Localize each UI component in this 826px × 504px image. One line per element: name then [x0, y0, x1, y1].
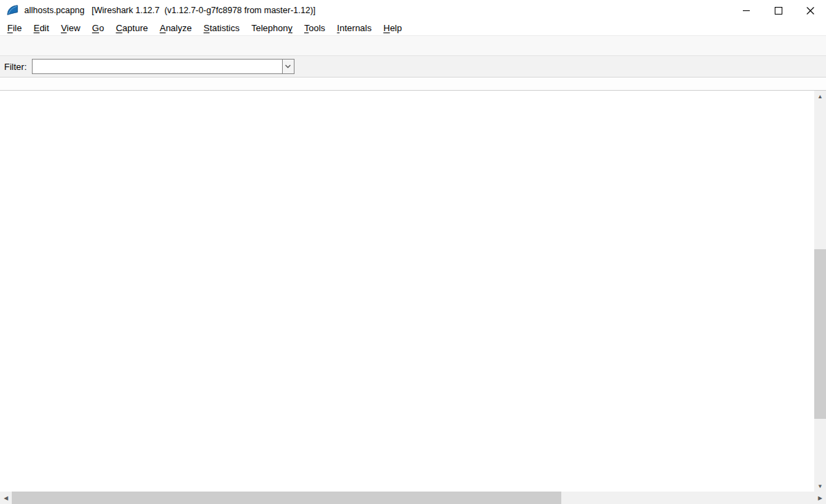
minimize-icon — [743, 7, 750, 15]
menu-go[interactable]: Go — [86, 21, 109, 35]
scroll-down-button[interactable]: ▼ — [814, 480, 826, 492]
packet-list-header — [0, 78, 826, 91]
vertical-scrollbar-thumb[interactable] — [814, 249, 826, 419]
scroll-right-button[interactable]: ▶ — [814, 492, 826, 504]
maximize-icon — [775, 7, 782, 15]
title-bar: allhosts.pcapng [Wireshark 1.12.7 (v1.12… — [0, 0, 826, 21]
menu-analyze[interactable]: Analyze — [154, 21, 197, 35]
filter-label: Filter: — [4, 62, 27, 72]
packet-list — [0, 91, 814, 489]
menu-statistics[interactable]: Statistics — [197, 21, 245, 35]
close-button[interactable] — [794, 0, 826, 21]
menu-capture[interactable]: Capture — [110, 21, 154, 35]
wireshark-logo-icon — [6, 4, 19, 17]
scroll-up-button[interactable]: ▲ — [814, 91, 826, 102]
close-icon — [807, 7, 814, 15]
menu-edit[interactable]: Edit — [28, 21, 55, 35]
menu-help[interactable]: Help — [378, 21, 408, 35]
maximize-button[interactable] — [762, 0, 794, 21]
chevron-down-icon — [285, 64, 291, 69]
scroll-left-button[interactable]: ◀ — [0, 492, 12, 504]
window-title: allhosts.pcapng [Wireshark 1.12.7 (v1.12… — [24, 6, 315, 15]
menu-file[interactable]: File — [1, 21, 28, 35]
filter-dropdown-button[interactable] — [282, 59, 295, 74]
menu-view[interactable]: View — [55, 21, 86, 35]
menu-internals[interactable]: Internals — [331, 21, 378, 35]
horizontal-scrollbar-thumb[interactable] — [12, 492, 561, 504]
filter-input[interactable] — [32, 59, 282, 74]
menu-tools[interactable]: Tools — [299, 21, 331, 35]
filter-bar: Filter: — [0, 56, 826, 78]
menu-bar: FileEditViewGoCaptureAnalyzeStatisticsTe… — [0, 21, 826, 35]
menu-telephony[interactable]: Telephony — [245, 21, 298, 35]
vertical-scrollbar[interactable]: ▲ ▼ — [814, 91, 826, 492]
main-toolbar — [0, 35, 826, 56]
horizontal-scrollbar[interactable]: ◀ ▶ — [0, 492, 826, 504]
minimize-button[interactable] — [730, 0, 762, 21]
